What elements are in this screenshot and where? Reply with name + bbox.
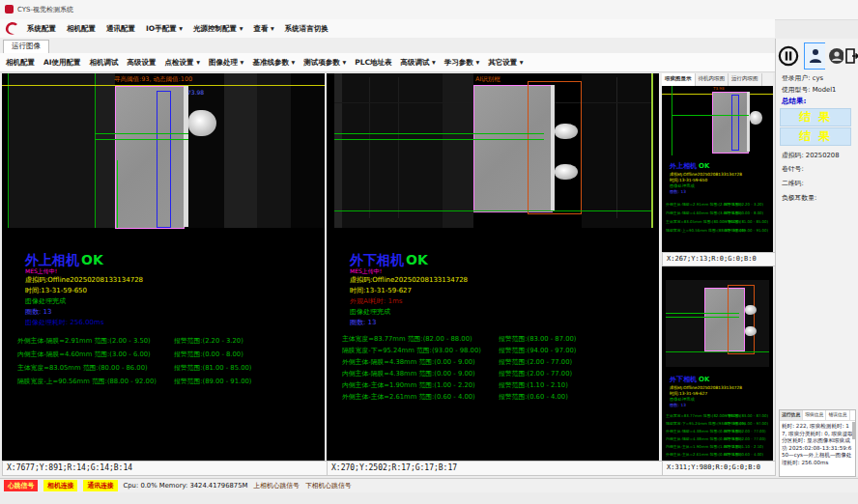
barcode-text: 虚拟码:Offline20250208133134728 bbox=[25, 275, 143, 285]
tool-camera-config[interactable]: 相机配置 bbox=[6, 58, 35, 68]
menu-items: 系统配置 相机配置 通讯配置 IO手配置 ▾ 光源控制配置 ▾ 查看 ▾ 系统语… bbox=[27, 24, 329, 34]
measure-row: 内侧主体-主体=1.90mm 范围:(1.00 - 2.20)报警范围:(1.1… bbox=[342, 380, 642, 392]
user-icon bbox=[808, 47, 823, 65]
baseline-vline bbox=[95, 73, 96, 228]
thumb-tab-standby[interactable]: 待机内瑕图 bbox=[696, 73, 729, 86]
tab-run-image[interactable]: 运行图像 bbox=[3, 40, 49, 54]
thumb-panel-lower[interactable]: 外下相机OK 虚拟码:Offline20250208133134728 时间:1… bbox=[662, 266, 773, 461]
thumb-tabs: 瑕疵图显示 待机内瑕图 运行内瑕图 bbox=[662, 73, 773, 87]
measure-row: 内侧主体-隔膜=4.38mm 范围:(0.00 - 9.00)报警范围:(2.0… bbox=[342, 369, 642, 380]
measure-row: 隔膜宽度-上=90.56mm 范围:(88.00 - 92.00)报警范围:(8… bbox=[17, 377, 317, 388]
user-switch-button[interactable] bbox=[804, 42, 827, 70]
result-box-1: 结 果 bbox=[780, 108, 851, 126]
app-icon bbox=[5, 5, 14, 14]
model-value: Model1 bbox=[813, 86, 837, 94]
toolbar: 相机配置 AI使用配置 相机调试 高级设置 点检设置 ▾ 图像处理 ▾ 基准线参… bbox=[0, 53, 775, 72]
menu-item-system-config[interactable]: 系统配置 bbox=[27, 24, 56, 34]
total-result-label: 总结果: bbox=[782, 97, 807, 106]
measure-row: 主体宽度=83.05mm 范围:(80.00 - 86.00)报警范围:(81.… bbox=[17, 363, 317, 375]
measure-row: 主体宽度=83.77mm 范围:(82.00 - 88.00)报警范围:(83.… bbox=[342, 334, 642, 346]
log-tabs: 运行信息 瑕疵信息 错误信息 bbox=[780, 410, 855, 421]
login-user-value: cys bbox=[813, 74, 823, 82]
control-panel: 登录用户: cys 使用型号: Model1 总结果: 结 果 结 果 虚拟码:… bbox=[775, 39, 858, 476]
measure-row: 外侧主体-主体=2.61mm 范围:(0.60 - 4.00)报警范围:(0.6… bbox=[342, 392, 642, 404]
tool-image-processing[interactable]: 图像处理 ▾ bbox=[209, 58, 243, 68]
qr-label: 二维码: bbox=[782, 179, 804, 188]
menu-item-view[interactable]: 查看 ▾ bbox=[253, 24, 273, 34]
thumb-result-title: 外上相机OK bbox=[670, 161, 709, 171]
menu-item-io-config[interactable]: IO手配置 ▾ bbox=[146, 24, 183, 34]
menu-bar: 系统配置 相机配置 通讯配置 IO手配置 ▾ 光源控制配置 ▾ 查看 ▾ 系统语… bbox=[0, 19, 775, 39]
thumb-result-title: 外下相机OK bbox=[670, 375, 709, 384]
lower-cam-heartbeat: 下相机心跳信号 bbox=[305, 481, 352, 490]
process-done-text: 图像处理完成 bbox=[25, 296, 66, 306]
status-bar: 心跳信号 相机连接 通讯连接 Cpu: 0.0% Memory: 3424.41… bbox=[0, 478, 858, 492]
log-scrollbar[interactable] bbox=[852, 422, 855, 439]
measure-row: 内侧主体-隔膜=4.60mm 范围:(3.00 - 6.00)报警范围:(0.0… bbox=[17, 350, 317, 361]
thumb-image-lower[interactable] bbox=[662, 280, 773, 367]
login-user-label: 登录用户: cys bbox=[782, 73, 823, 83]
baseline-vline bbox=[8, 73, 9, 228]
pause-button[interactable] bbox=[777, 42, 800, 70]
measure-row: 外侧主体-隔膜=2.91mm 范围:(2.00 - 3.50)报警范围:(2.2… bbox=[17, 336, 317, 348]
tool-advanced-debug[interactable]: 高级调试 ▾ bbox=[400, 58, 435, 68]
tool-camera-debug[interactable]: 相机调试 bbox=[90, 58, 119, 68]
exit-door-icon bbox=[844, 47, 858, 65]
product-region bbox=[115, 86, 185, 229]
log-tab-defect[interactable]: 瑕疵信息 bbox=[803, 410, 826, 420]
metal-tab bbox=[188, 110, 216, 136]
tool-other-settings[interactable]: 其它设置 ▾ bbox=[488, 58, 523, 68]
virtual-code-label: 虚拟码: 20250208 bbox=[782, 151, 839, 160]
upper-cam-heartbeat: 上相机心跳信号 bbox=[253, 481, 300, 490]
log-tab-run[interactable]: 运行信息 bbox=[780, 410, 803, 420]
time-text: 时间:13-31-59-650 bbox=[25, 286, 87, 295]
camera-image-lower[interactable]: AI识别框 bbox=[327, 73, 659, 228]
threshold-overlay: 寻高阈值:93, 动态阈值:100 bbox=[114, 75, 192, 84]
tool-ai-config[interactable]: AI使用配置 bbox=[43, 58, 81, 68]
cpu-memory-text: Cpu: 0.0% Memory: 3424.41796875M bbox=[124, 482, 248, 490]
tool-learning-params[interactable]: 学习参数 ▾ bbox=[444, 58, 479, 68]
thumb-panel-upper[interactable]: 73.98 外上相机OK 虚拟码:Offline2025020813313472… bbox=[662, 86, 773, 252]
pin-label: 卷针号: bbox=[782, 164, 804, 174]
heartbeat-badge: 心跳信号 bbox=[4, 480, 38, 491]
process-time-text: 图像处理耗时: 256.00ms bbox=[25, 318, 104, 327]
tool-baseline-params[interactable]: 基准线参数 ▾ bbox=[252, 58, 295, 68]
ai-time-text: 外观AI耗时: 1ms bbox=[350, 296, 402, 306]
measure-rect-blue bbox=[157, 91, 171, 228]
thumb-coord-bar-upper: X:267;Y:13;R:0;G:0;B:0 bbox=[662, 252, 779, 266]
comm-link-badge: 通讯连接 bbox=[83, 480, 117, 491]
camera-panel-lower[interactable]: AI识别框 外下相机OK MES上传中! 虚拟码:Offline20250208… bbox=[327, 73, 659, 461]
menu-item-light-config[interactable]: 光源控制配置 ▾ bbox=[193, 24, 243, 34]
toolbar-items: 相机配置 AI使用配置 相机调试 高级设置 点检设置 ▾ 图像处理 ▾ 基准线参… bbox=[6, 58, 524, 68]
camera-link-badge: 相机连接 bbox=[43, 480, 77, 491]
camera-panel-upper[interactable]: 寻高阈值:93, 动态阈值:100 73.98 外上相机OK MES上传中! 虚… bbox=[2, 73, 325, 461]
app-window: CYS-视觉检测系统 系统配置 相机配置 通讯配置 IO手配置 ▾ 光源控制配置… bbox=[0, 0, 858, 504]
result-ok: OK bbox=[81, 252, 103, 267]
title-bar: CYS-视觉检测系统 bbox=[0, 0, 858, 20]
turns-text: 圈数: 13 bbox=[350, 318, 377, 327]
log-tab-error[interactable]: 错误信息 bbox=[826, 410, 849, 420]
barcode-text: 虚拟码:Offline20250208133134728 bbox=[350, 275, 468, 285]
thumb-image-upper[interactable]: 73.98 bbox=[662, 86, 773, 155]
tool-advanced-settings[interactable]: 高级设置 bbox=[128, 58, 157, 68]
log-box[interactable]: 运行信息 瑕疵信息 错误信息 耗时: 222, 瑕疵检测耗时: 17, 瑕疵分类… bbox=[779, 409, 856, 477]
blue-measure-value: 73.98 bbox=[187, 89, 204, 96]
menu-item-language[interactable]: 系统语言切换 bbox=[285, 24, 329, 34]
thumb-tab-run[interactable]: 运行内瑕图 bbox=[729, 73, 762, 86]
thumb-coord-bar-lower: X:311;Y:980;R:0;G:0;B:0 bbox=[662, 461, 779, 476]
tool-plc-address[interactable]: PLC地址表 bbox=[355, 58, 391, 68]
time-text: 时间:13-31-59-627 bbox=[350, 286, 412, 295]
menu-item-comm-config[interactable]: 通讯配置 bbox=[106, 24, 135, 34]
thumb-tab-defect[interactable]: 瑕疵图显示 bbox=[662, 73, 696, 86]
virtual-code-value: 20250208 bbox=[806, 152, 840, 159]
tab-strip: 运行图像 bbox=[0, 38, 775, 54]
tool-spotcheck-settings[interactable]: 点检设置 ▾ bbox=[165, 58, 200, 68]
measure-row: 隔膜宽度-下=95.24mm 范围:(93.00 - 98.00)报警范围:(9… bbox=[342, 346, 642, 357]
exit-button[interactable] bbox=[844, 42, 858, 70]
metal-tab bbox=[555, 164, 578, 180]
coord-bar-lower: X:270;Y:2502;R:17;G:17;B:17 bbox=[327, 461, 665, 476]
menu-item-camera-config[interactable]: 相机配置 bbox=[67, 24, 96, 34]
result-box-2: 结 果 bbox=[780, 127, 851, 146]
camera-image-upper[interactable]: 寻高阈值:93, 动态阈值:100 73.98 bbox=[2, 73, 325, 228]
tool-test-params[interactable]: 测试项参数 ▾ bbox=[303, 58, 346, 68]
